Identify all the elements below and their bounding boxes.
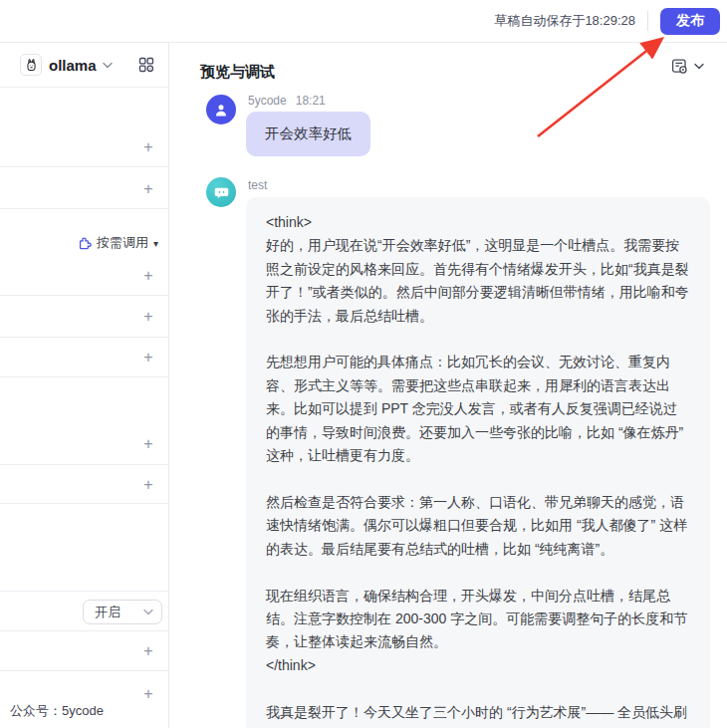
- chevron-down-icon: [143, 608, 153, 615]
- add-button[interactable]: +: [140, 436, 156, 452]
- preview-debug-panel: 预览与调试 5ycode18:21 开会效率好低: [170, 43, 727, 728]
- publish-button[interactable]: 发布: [660, 8, 720, 35]
- chevron-down-icon: [694, 63, 704, 70]
- divider: [0, 376, 168, 377]
- official-account-label: 公众号：5ycode: [10, 702, 104, 720]
- divider: [0, 295, 168, 296]
- toggle-select[interactable]: 开启: [83, 600, 162, 624]
- add-button[interactable]: +: [140, 139, 156, 155]
- divider: [0, 208, 168, 209]
- divider: [0, 630, 168, 631]
- add-button[interactable]: +: [140, 309, 156, 325]
- on-demand-label: 按需调用: [97, 234, 148, 252]
- add-button[interactable]: +: [140, 350, 156, 365]
- person-icon: [212, 101, 230, 119]
- add-button[interactable]: +: [140, 181, 156, 197]
- toggle-value: 开启: [95, 604, 121, 621]
- chat-bubble-icon: [213, 184, 230, 201]
- message-meta: 5ycode18:21: [248, 94, 326, 108]
- chevron-down-icon: [103, 62, 113, 69]
- topbar-divider: [647, 11, 648, 31]
- add-button[interactable]: +: [140, 686, 156, 702]
- add-button[interactable]: +: [140, 268, 156, 284]
- divider: [0, 464, 168, 465]
- divider: [0, 591, 168, 592]
- blocks-icon[interactable]: [138, 57, 154, 73]
- message-time: 18:21: [296, 94, 326, 108]
- sidebar: ollama + +: [0, 43, 169, 728]
- bot-selector[interactable]: ollama: [0, 43, 168, 88]
- author-name: test: [248, 178, 267, 192]
- bot-avatar: [206, 177, 236, 207]
- divider: [0, 670, 168, 671]
- divider: [0, 337, 168, 338]
- bot-name: ollama: [49, 57, 97, 74]
- on-demand-call-dropdown[interactable]: 按需调用 ▾: [77, 234, 158, 252]
- debug-settings-icon: [671, 58, 688, 75]
- author-name: 5ycode: [248, 94, 287, 108]
- ollama-logo-icon: [20, 54, 42, 76]
- divider: [0, 166, 168, 167]
- app-window: 草稿自动保存于18:29:28 发布 ollama: [0, 0, 727, 728]
- message-meta: test: [248, 178, 267, 192]
- user-avatar: [206, 95, 236, 124]
- top-bar: 草稿自动保存于18:29:28 发布: [0, 0, 727, 43]
- add-button[interactable]: +: [140, 477, 156, 493]
- caret-down-icon: ▾: [153, 238, 158, 249]
- add-button[interactable]: +: [140, 643, 156, 659]
- puzzle-icon: [77, 236, 92, 251]
- draft-saved-status: 草稿自动保存于18:29:28: [494, 12, 635, 30]
- user-message-bubble: 开会效率好低: [246, 112, 370, 156]
- debug-settings-control[interactable]: [671, 58, 704, 75]
- bot-message-bubble: <think> 好的，用户现在说“开会效率好低”，这明显是一个吐槽点。我需要按照…: [246, 197, 710, 728]
- panel-title: 预览与调试: [200, 63, 275, 82]
- divider: [0, 503, 168, 504]
